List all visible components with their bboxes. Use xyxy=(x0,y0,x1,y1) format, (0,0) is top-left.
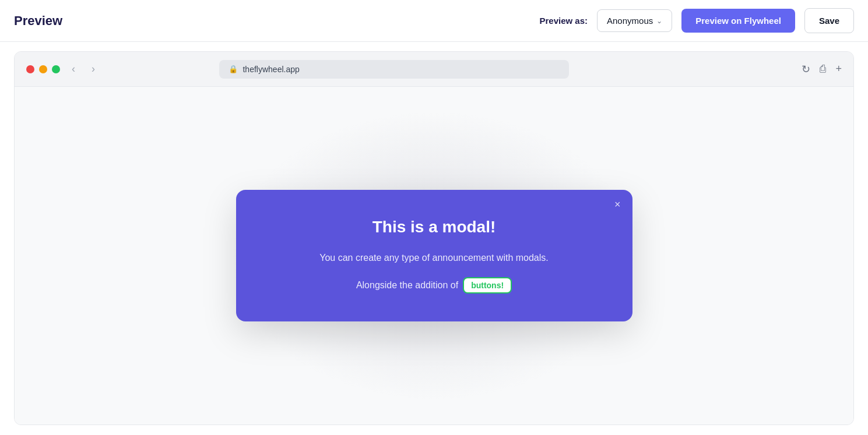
modal-close-button[interactable]: × xyxy=(614,199,621,210)
url-text: theflywheel.app xyxy=(243,65,299,74)
save-button[interactable]: Save xyxy=(804,8,854,33)
toolbar-actions: ↻ ⎙ + xyxy=(802,63,842,76)
traffic-lights xyxy=(26,65,60,73)
modal-text1: You can create any type of announcement … xyxy=(271,250,598,266)
browser-toolbar: ‹ › 🔒 theflywheel.app ↻ ⎙ + xyxy=(15,52,853,87)
modal: × This is a modal! You can create any ty… xyxy=(236,190,632,321)
fullscreen-dot xyxy=(52,65,60,73)
add-tab-icon[interactable]: + xyxy=(835,63,842,75)
back-button[interactable]: ‹ xyxy=(67,61,80,77)
preview-as-label: Preview as: xyxy=(539,16,588,26)
close-dot xyxy=(26,65,34,73)
header: Preview Preview as: Anonymous ⌄ Preview … xyxy=(0,0,868,42)
minimize-dot xyxy=(39,65,47,73)
forward-button[interactable]: › xyxy=(87,61,100,77)
modal-buttons-badge[interactable]: buttons! xyxy=(463,277,512,293)
reload-icon[interactable]: ↻ xyxy=(802,63,810,76)
preview-on-flywheel-button[interactable]: Preview on Flywheel xyxy=(681,9,795,33)
modal-title: This is a modal! xyxy=(271,218,598,236)
address-bar[interactable]: 🔒 theflywheel.app xyxy=(219,60,569,79)
chevron-down-icon: ⌄ xyxy=(656,17,662,25)
modal-text2-prefix: Alongside the addition of xyxy=(356,280,458,291)
lock-icon: 🔒 xyxy=(229,65,238,73)
modal-text2: Alongside the addition of buttons! xyxy=(271,277,598,293)
browser-frame: ‹ › 🔒 theflywheel.app ↻ ⎙ + × This is a … xyxy=(14,51,854,425)
share-icon[interactable]: ⎙ xyxy=(820,63,826,75)
anonymous-label: Anonymous xyxy=(607,16,653,26)
page-title: Preview xyxy=(14,13,62,29)
header-actions: Preview as: Anonymous ⌄ Preview on Flywh… xyxy=(539,8,854,33)
browser-content: × This is a modal! You can create any ty… xyxy=(15,87,853,425)
anonymous-dropdown[interactable]: Anonymous ⌄ xyxy=(597,9,672,32)
